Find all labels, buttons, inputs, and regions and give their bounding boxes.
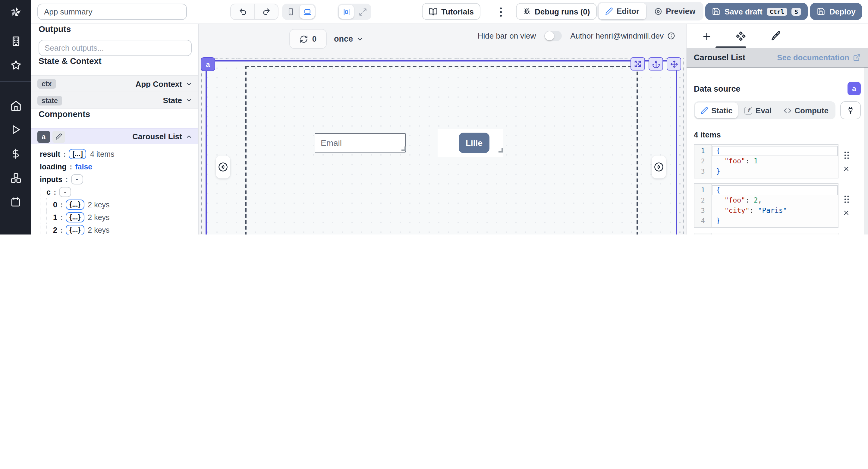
- fullwidth-button[interactable]: [355, 5, 370, 19]
- undo-redo-group: [230, 4, 278, 20]
- drag-handle-icon[interactable]: [842, 150, 850, 159]
- json-editor[interactable]: 1234{ "foo": 2, "city": "Paris"}: [694, 183, 838, 228]
- desktop-view-button[interactable]: [300, 5, 315, 19]
- search-outputs-input[interactable]: [38, 40, 192, 56]
- variables-dollar-icon[interactable]: [6, 145, 25, 163]
- favorites-star-icon[interactable]: [6, 56, 25, 74]
- plus-icon: [701, 31, 712, 41]
- preview-tab[interactable]: Preview: [647, 3, 702, 19]
- kbd-s: S: [792, 7, 801, 15]
- resize-handle[interactable]: [401, 147, 406, 151]
- component-row-carousel[interactable]: a Carousel List: [31, 128, 198, 144]
- see-documentation-link[interactable]: See documentation: [777, 53, 861, 62]
- component-settings-panel: Carousel List See documentation Data sou…: [686, 24, 868, 234]
- right-panel-scrollbar[interactable]: [864, 67, 868, 234]
- output-tree-row[interactable]: 2:{...}2 keys: [40, 224, 198, 234]
- chevron-down-icon: [356, 35, 363, 42]
- debug-runs-button[interactable]: Debug runs (0): [516, 3, 596, 20]
- mobile-view-button[interactable]: [283, 5, 299, 19]
- center-align-button[interactable]: [339, 5, 354, 19]
- chevron-up-icon: [186, 133, 192, 140]
- output-tree-row[interactable]: loading:false: [40, 160, 198, 173]
- app-summary-input[interactable]: [37, 4, 187, 20]
- refresh-counter-button[interactable]: 0: [289, 29, 327, 49]
- info-icon: [667, 32, 675, 40]
- compute-mode-button[interactable]: Compute: [778, 102, 834, 118]
- carousel-prev-button[interactable]: [216, 156, 230, 179]
- more-menu-button[interactable]: [495, 5, 506, 19]
- items-count: 4 items: [694, 130, 861, 139]
- static-mode-button[interactable]: Static: [695, 102, 738, 118]
- schedules-calendar-icon[interactable]: [6, 193, 25, 211]
- state-row[interactable]: state State: [31, 92, 198, 109]
- code-icon: [784, 106, 792, 114]
- styling-tab[interactable]: [764, 26, 786, 46]
- arrow-right-circle-icon: [653, 162, 664, 173]
- plug-icon: [846, 106, 855, 115]
- runs-play-icon[interactable]: [6, 121, 25, 139]
- save-draft-button[interactable]: Save draft Ctrl S: [705, 3, 808, 20]
- line-numbers: 123: [694, 233, 712, 234]
- hide-bar-toggle[interactable]: [544, 31, 562, 41]
- expand-chip[interactable]: [...]: [69, 149, 87, 159]
- json-editor[interactable]: 123{ "foo": 3}: [694, 233, 838, 234]
- output-tree-row[interactable]: c:-: [40, 186, 198, 198]
- component-a-chip: a: [37, 130, 50, 143]
- windmill-logo-icon[interactable]: [9, 5, 22, 19]
- editor-tab[interactable]: Editor: [598, 3, 646, 19]
- expand-chip[interactable]: {...}: [66, 225, 84, 234]
- email-input-component[interactable]: [315, 133, 406, 153]
- carousel-next-button[interactable]: [652, 156, 666, 179]
- rename-pencil-icon[interactable]: [53, 130, 65, 143]
- eval-mode-button[interactable]: f Eval: [739, 102, 777, 118]
- output-tree: result:[...]4 itemsloading:falseinputs:-…: [31, 144, 198, 234]
- remove-item-button[interactable]: [843, 165, 850, 172]
- state-chip: state: [37, 96, 62, 105]
- data-source-label: Data source: [694, 84, 741, 93]
- book-icon: [429, 7, 438, 16]
- json-editor[interactable]: 123{ "foo": 1}: [694, 144, 838, 179]
- refresh-mode-dropdown[interactable]: once: [334, 34, 363, 43]
- resize-handle[interactable]: [498, 148, 503, 153]
- drag-handle-icon[interactable]: [842, 195, 850, 204]
- insert-component-tab[interactable]: [695, 26, 717, 46]
- expand-chip[interactable]: -: [59, 187, 71, 197]
- component-id-badge[interactable]: a: [201, 57, 215, 71]
- resources-boxes-icon[interactable]: [6, 169, 25, 187]
- expand-chip[interactable]: -: [71, 174, 83, 184]
- redo-button[interactable]: [254, 4, 278, 19]
- ctx-row[interactable]: ctx App Context: [31, 75, 198, 92]
- component-settings-tab[interactable]: [730, 26, 752, 46]
- canvas-grid[interactable]: a Lille − 100% +: [199, 57, 686, 234]
- expand-component-button[interactable]: [630, 57, 645, 70]
- remove-item-button[interactable]: [843, 209, 850, 216]
- anchor-component-button[interactable]: [649, 57, 663, 70]
- chevron-down-icon: [186, 97, 192, 104]
- output-tree-row[interactable]: result:[...]4 items: [40, 148, 198, 160]
- deploy-button[interactable]: Deploy: [810, 3, 862, 20]
- save-icon: [712, 7, 720, 16]
- active-tab-underline: [715, 46, 746, 48]
- expand-chip[interactable]: {...}: [66, 199, 84, 210]
- outputs-panel: Outputs State & Context ctx App Context …: [31, 24, 199, 234]
- data-source-item: 123{ "foo": 3}: [694, 233, 861, 234]
- app-canvas: 0 once Hide bar on view Author henri@win…: [199, 24, 686, 234]
- button-component[interactable]: Lille: [459, 133, 490, 153]
- output-tree-row[interactable]: inputs:-: [40, 173, 198, 186]
- output-tree-row[interactable]: 0:{...}2 keys: [40, 198, 198, 211]
- function-icon: f: [745, 106, 752, 114]
- output-tree-row[interactable]: 1:{...}2 keys: [40, 211, 198, 224]
- component-title: Carousel List: [694, 53, 745, 62]
- move-component-button[interactable]: [667, 57, 681, 70]
- data-source-items: 123{ "foo": 1}1234{ "foo": 2, "city": "P…: [694, 144, 861, 234]
- paintbrush-icon: [770, 31, 781, 41]
- state-context-title: State & Context: [31, 56, 198, 66]
- home-icon[interactable]: [6, 96, 25, 115]
- expand-chip[interactable]: {...}: [66, 212, 84, 222]
- workspace-icon[interactable]: [6, 32, 25, 50]
- undo-button[interactable]: [231, 4, 254, 19]
- tutorials-button[interactable]: Tutorials: [422, 3, 480, 20]
- data-source-item: 123{ "foo": 1}: [694, 144, 861, 179]
- rail-divider: [0, 82, 31, 82]
- connect-plug-button[interactable]: [840, 101, 861, 119]
